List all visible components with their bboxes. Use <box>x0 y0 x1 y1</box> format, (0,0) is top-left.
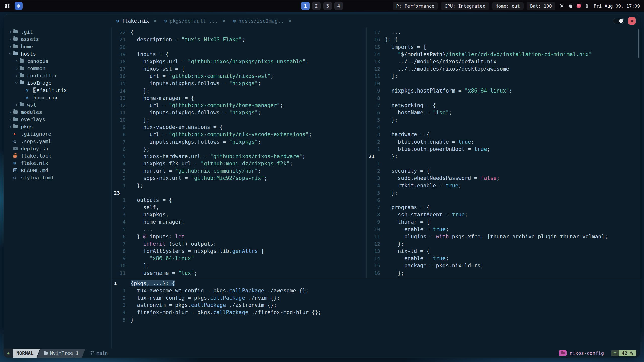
code-line[interactable]: 15 imports = [ <box>367 43 640 51</box>
tree-item-controller[interactable]: ›controller <box>4 72 111 79</box>
code-line[interactable]: 11 inputs.nixpkgs.follows = "nixpkgs"; <box>112 109 366 116</box>
fan-icon[interactable] <box>559 3 565 8</box>
tree-item-stylua-toml[interactable]: ⚙stylua.toml <box>4 174 111 181</box>
workspace-button-4[interactable]: 4 <box>334 2 343 10</box>
code-line[interactable]: 13 nix-ld = { <box>367 247 640 255</box>
tree-item-common[interactable]: ›common <box>4 65 111 72</box>
code-line[interactable]: 5} <box>112 316 640 323</box>
code-line[interactable]: 14 "${modulesPath}/installer/cd-dvd/inst… <box>367 51 640 58</box>
code-line[interactable]: 1 bluetooth.powerOnBoot = true; <box>367 145 640 153</box>
code-line[interactable]: 3 hardware = { <box>367 131 640 138</box>
code-line[interactable]: 21 }; <box>367 153 640 160</box>
tree-item-flake-nix[interactable]: ❄flake.nix <box>4 159 111 167</box>
code-line[interactable]: 7 inputs.nixpkgs.follows = "nixpkgs"; <box>112 138 366 145</box>
code-line[interactable]: 5 nixos-hardware.url = "github:nixos/nix… <box>112 153 366 160</box>
code-line[interactable]: 10 ]; <box>112 262 366 269</box>
code-line[interactable]: 9 nixpkgs.hostPlatform = "x86_64-linux"; <box>367 87 640 94</box>
editor-flake-nix[interactable]: 22{21 description = "tux's NixOS Flake";… <box>112 27 366 278</box>
tab-hosts-isoimag[interactable]: ❄hosts/isoImag..× <box>233 18 292 24</box>
code-line[interactable]: 5 }; <box>367 189 640 196</box>
tree-item-assets[interactable]: ›assets <box>4 35 111 43</box>
tree-item-sops-yaml[interactable]: ⚙.sops.yaml <box>4 138 111 145</box>
code-line[interactable]: 12 ../../modules/nixos/desktop/awesome <box>367 65 640 72</box>
tree-item-modules[interactable]: ›modules <box>4 108 111 116</box>
tree-item-home-nix[interactable]: ❄home.nix <box>4 94 111 101</box>
code-line[interactable]: 4 nixpkgs-f2k.url = "github:moni-dz/nixp… <box>112 160 366 167</box>
code-line[interactable]: 17 nixos-wsl = { <box>112 65 366 72</box>
code-line[interactable]: 19 inputs = { <box>112 51 366 58</box>
apple-icon[interactable] <box>568 3 573 8</box>
code-line[interactable]: 1 tux-awesome-wm-config = pkgs.callPacka… <box>112 287 640 294</box>
code-line[interactable]: 1 }; <box>112 182 366 189</box>
code-line[interactable]: 14 }; <box>112 87 366 94</box>
close-tab-icon[interactable]: × <box>289 18 292 24</box>
code-line[interactable]: 4 rtkit.enable = true; <box>367 182 640 189</box>
tree-item-readme-md[interactable]: MREADME.md <box>4 167 111 174</box>
tab-pkgs-default[interactable]: ❄pkgs/default ...× <box>164 18 226 24</box>
code-line[interactable]: 10 <box>367 80 640 87</box>
code-line[interactable]: 17 ... <box>367 29 640 36</box>
accent-dot-icon[interactable] <box>577 4 581 8</box>
code-line[interactable]: 8 <box>367 94 640 102</box>
workspace-button-3[interactable]: 3 <box>323 2 332 10</box>
tree-item-canopus[interactable]: ›canopus <box>4 57 111 65</box>
code-line[interactable]: 15 package = pkgs.nix-ld-rs; <box>367 262 640 269</box>
editor-iso-default-nix[interactable]: 17 ...16}: {15 imports = [14 "${modulesP… <box>367 27 640 278</box>
code-line[interactable]: 6 } @ inputs: let <box>112 233 366 240</box>
code-line[interactable]: 1{pkgs, ...}: { <box>112 280 640 287</box>
code-line[interactable]: 4 <box>367 123 640 131</box>
code-line[interactable]: 14 enable = true; <box>367 255 640 262</box>
code-line[interactable]: 3 nixpkgs, <box>112 211 366 218</box>
code-line[interactable]: 4 home-manager, <box>112 218 366 225</box>
code-line[interactable]: 1 <box>367 160 640 167</box>
code-line[interactable]: 10 }; <box>112 116 366 123</box>
code-line[interactable]: 10 enable = true; <box>367 225 640 233</box>
workspace-button-2[interactable]: 2 <box>312 2 321 10</box>
code-line[interactable]: 6 hostName = "iso"; <box>367 109 640 116</box>
code-line[interactable]: 12 }; <box>367 240 640 247</box>
workspace-button-1[interactable]: 1 <box>301 2 310 10</box>
code-line[interactable]: 9 thunar = { <box>367 218 640 225</box>
code-line[interactable]: 3 nur.url = "github:nix-community/nur"; <box>112 167 366 174</box>
code-line[interactable]: 9 nix-vscode-extensions = { <box>112 123 366 131</box>
code-line[interactable]: 6 }; <box>112 145 366 153</box>
code-line[interactable]: 21 description = "tux's NixOS Flake"; <box>112 36 366 43</box>
code-line[interactable]: 7 networking = { <box>367 102 640 109</box>
scrollbar-thumb[interactable] <box>638 29 639 58</box>
code-line[interactable]: 5 ... <box>112 225 366 233</box>
editor-pkgs-default-nix[interactable]: 1{pkgs, ...}: {1 tux-awesome-wm-config =… <box>112 278 640 349</box>
code-line[interactable]: 8 url = "github:nix-community/nix-vscode… <box>112 131 366 138</box>
code-line[interactable]: 2 bluetooth.enable = true; <box>367 138 640 145</box>
tree-item-overlays[interactable]: ›overlays <box>4 116 111 123</box>
code-line[interactable]: 16 url = "github:nix-community/nixos-wsl… <box>112 72 366 80</box>
code-line[interactable]: 1 outputs = { <box>112 196 366 204</box>
code-line[interactable]: 15 inputs.nixpkgs.follows = "nixpkgs"; <box>112 80 366 87</box>
code-line[interactable]: 11 username = "tux"; <box>112 269 366 277</box>
code-line[interactable]: 3 sudo.wheelNeedsPassword = false; <box>367 174 640 182</box>
code-line[interactable]: 8 ssh.startAgent = true; <box>367 211 640 218</box>
code-line[interactable]: 20 <box>112 43 366 51</box>
close-tab-icon[interactable]: × <box>153 18 157 24</box>
toggle-switch[interactable] <box>613 18 624 24</box>
code-line[interactable]: 2 self, <box>112 204 366 211</box>
code-line[interactable]: 7 programs = { <box>367 204 640 211</box>
code-line[interactable]: 13 home-manager = { <box>112 94 366 102</box>
close-button[interactable]: × <box>628 17 636 25</box>
code-line[interactable]: 8 forAllSystems = nixpkgs.lib.genAttrs [ <box>112 247 366 255</box>
code-line[interactable]: 22{ <box>112 29 366 36</box>
code-line[interactable]: 23 <box>112 189 366 196</box>
tree-item-default-nix[interactable]: ❄default.nix <box>4 86 111 94</box>
code-line[interactable]: 5 }; <box>367 116 640 123</box>
code-line[interactable]: 16 }; <box>367 269 640 277</box>
tree-item-flake-lock[interactable]: flake.lock <box>4 152 111 159</box>
tab-flake-nix[interactable]: ❄flake.nix× <box>116 18 157 24</box>
code-line[interactable]: 13 ../../modules/nixos/default.nix <box>367 58 640 65</box>
tree-item-wsl[interactable]: ›wsl <box>4 101 111 108</box>
code-line[interactable]: 2 security = { <box>367 167 640 174</box>
tree-item-isoimage[interactable]: ›isoImage <box>4 79 111 86</box>
code-line[interactable]: 3 astronvim = pkgs.callPackage ./astronv… <box>112 301 640 309</box>
code-line[interactable]: 18 nixpkgs.url = "github:nixos/nixpkgs/n… <box>112 58 366 65</box>
code-line[interactable]: 4 firefox-mod-blur = pkgs.callPackage ./… <box>112 309 640 316</box>
code-line[interactable]: 2 tux-nvim-config = pkgs.callPackage ./n… <box>112 294 640 301</box>
tree-item-home[interactable]: ›home <box>4 43 111 50</box>
